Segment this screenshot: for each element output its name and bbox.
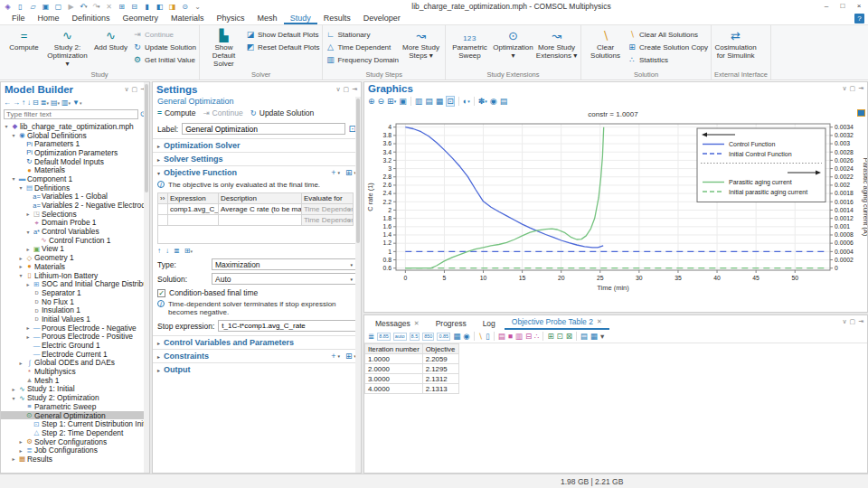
tree-item-default-model-inputs[interactable]: ↻Default Model Inputs [1,157,149,166]
close-tab-icon[interactable]: ✕ [414,320,420,327]
save-as-icon[interactable]: ▢ [52,1,64,12]
evaluate-for-select[interactable]: Time Dependent▾ [302,215,354,226]
run-icon[interactable]: ▶ [65,1,77,12]
tree-item-component-1[interactable]: ▾▬Component 1 [1,174,149,183]
menu-item-home[interactable]: Home [32,13,66,24]
compute-action[interactable]: =Compute [157,108,195,117]
menu-item-physics[interactable]: Physics [211,13,251,24]
label-input[interactable] [182,123,344,135]
copy-table-icon[interactable]: ⊞ [547,332,553,341]
menu-item-study[interactable]: Study [284,13,317,24]
tree-item-materials[interactable]: ●Materials [1,165,149,174]
save-file-icon[interactable]: ▣ [40,1,52,12]
tree-item-mesh-1[interactable]: ▲Mesh 1 [1,376,149,385]
application-builder-icon[interactable]: ◨ [166,1,178,12]
tree-item-solver-configurations[interactable]: ▸⚙Solver Configurations [1,437,149,446]
snapshot-icon[interactable]: ◉ [490,97,497,106]
notation-885-icon[interactable]: 8.85 [377,333,391,341]
expand-arrow-icon[interactable]: ▸ [24,324,32,331]
section-control-variables[interactable]: ▸ Control Variables and Parameters [153,335,361,349]
histogram-icon[interactable]: ▥ [515,332,523,341]
undo-icon[interactable]: ↶▾ [78,1,90,12]
expand-arrow-icon[interactable]: ▸ [24,281,32,287]
menu-item-geometry[interactable]: Geometry [117,13,165,24]
collapse-arrow-icon[interactable]: ▾ [10,175,17,182]
redo-icon[interactable]: ↷▾ [90,1,102,12]
table-row[interactable]: 3.00002.1312 [365,374,459,384]
statistics-table-icon[interactable]: ∴ [534,332,539,341]
tree-item-parameters-1[interactable]: PiParameters 1 [1,139,149,148]
panel-close-icon[interactable]: ⇥ [352,86,357,93]
tab-messages[interactable]: Messages✕ [368,319,427,330]
plot-window-badge-icon[interactable] [857,109,865,117]
tree-filter-input[interactable] [4,109,138,119]
menu-item-definitions[interactable]: Definitions [66,13,117,24]
tree-item-porous-electrode-positive[interactable]: ▸—Porous Electrode - Positive [1,333,149,342]
table-graph-icon[interactable]: ▤ [498,332,505,341]
tab-progress[interactable]: Progress [429,319,474,330]
expand-arrow-icon[interactable]: ▸ [17,255,24,261]
statistics-button[interactable]: ∴Statistics [627,54,708,65]
frequency-domain-button[interactable]: ▥Frequency Domain [326,54,399,65]
add-constraint-caret-icon[interactable]: ▾ [337,353,340,359]
clear-solutions-button[interactable]: ∖Clear Solutions [584,26,627,70]
panel-menu-icon[interactable]: ∨ [335,86,340,93]
paste-icon[interactable]: ⊟ [128,1,140,12]
more-study-extensions-button[interactable]: ↝More Study Extensions ▾ [535,26,578,70]
expand-arrow-icon[interactable]: ▸ [24,333,32,340]
tree-item-porous-electrode-negative[interactable]: ▸—Porous Electrode - Negative [1,324,149,333]
collapse-arrow-icon[interactable]: ▾ [10,132,17,138]
tree-item-parametric-sweep[interactable]: ≡Parametric Sweep [1,402,149,411]
notation-085-icon[interactable]: 0.85 [437,333,450,341]
tree-item-electric-ground-1[interactable]: —Electric Ground 1 [1,341,149,350]
table-row[interactable]: 4.00002.1313 [365,384,459,394]
filter-rows-icon[interactable]: ⊟ [525,332,532,341]
update-solution-button[interactable]: ↻Update Solution [133,42,196,52]
graphics-canvas[interactable]: 051015202530354045500.60.811.21.41.61.82… [364,108,867,312]
add-constraint-icon[interactable]: + [331,352,335,361]
open-file-icon[interactable]: ▱ [27,1,39,12]
tree-item-materials[interactable]: ▸●Materials [1,262,149,271]
clear-table-icon[interactable]: ∖ [478,332,483,341]
x-grid-icon[interactable]: ▥ [415,97,423,106]
transparency-icon[interactable]: ◐▾ [463,97,470,106]
tree-item-step-1-current-distribution-initialization[interactable]: ⊡Step 1: Current Distribution Initializa… [1,419,149,428]
axes-icon[interactable]: ▦ [436,97,444,106]
export-table-icon[interactable]: ⊡ [557,332,563,341]
tree-item-lithium-ion-battery[interactable]: ▾▯Lithium-Ion Battery [1,271,149,280]
copy-icon[interactable]: ⊞ [116,1,127,12]
collapse-arrow-icon[interactable]: ▾ [10,395,17,401]
continue-button[interactable]: ⇥Continue [133,29,196,40]
table-surface-icon[interactable]: ■ [508,332,513,341]
objective-row[interactable]: Time Dependent▾ [158,215,354,226]
table-window-icon[interactable]: ▦ [590,332,598,341]
expand-arrow-icon[interactable]: ▸ [24,246,32,252]
menu-item-materials[interactable]: Materials [165,13,211,24]
cut-icon[interactable]: ✕ [103,1,115,12]
import-table-icon[interactable]: ⊠ [566,332,572,341]
notation-850-icon[interactable]: 850 [422,333,434,341]
minimize-icon[interactable]: – [819,1,834,12]
section-optimization-solver[interactable]: ▸ Optimization Solver [153,138,361,152]
objective-menu-icon[interactable]: ⊞ [345,168,353,177]
zoom-box-icon[interactable]: ⊞▾ [387,97,396,106]
table-row[interactable]: 2.00002.1295 [365,364,459,374]
maximize-icon[interactable]: □ [835,1,850,12]
close-icon[interactable]: × [852,1,866,12]
tree-item-variables-2-negative-electrode[interactable]: a=Variables 2 - Negative Electrode [1,201,149,210]
row-up-icon[interactable]: ↑ [157,247,161,255]
section-objective-function[interactable]: ▾ Objective Function +▾ ⊞▾ [153,165,361,179]
table-display-icon[interactable]: ▦ [453,332,460,341]
tree-item-separator-1[interactable]: ᴅSeparator 1 [1,288,149,297]
clear-table-icon[interactable]: ≣ [174,247,180,255]
optimization-button[interactable]: ⊙Optimization ▾ [492,26,534,70]
show-default-plots-button[interactable]: ◪Show Default Plots [246,29,319,40]
create-solution-copy-button[interactable]: ⊞Create Solution Copy [627,42,708,52]
node-columns-icon[interactable]: ▥▾ [61,99,71,107]
notation-auto-icon[interactable]: auto [393,333,407,341]
y-grid-icon[interactable]: ▤ [425,97,433,106]
nav-forward-icon[interactable]: → [13,99,20,107]
stop-expression-input[interactable] [218,320,356,332]
expand-arrow-icon[interactable]: ▸ [17,447,24,454]
tree-item-soc-and-initial-charge-distribution-1[interactable]: ▸⊞SOC and Initial Charge Distribution 1 [1,279,149,288]
